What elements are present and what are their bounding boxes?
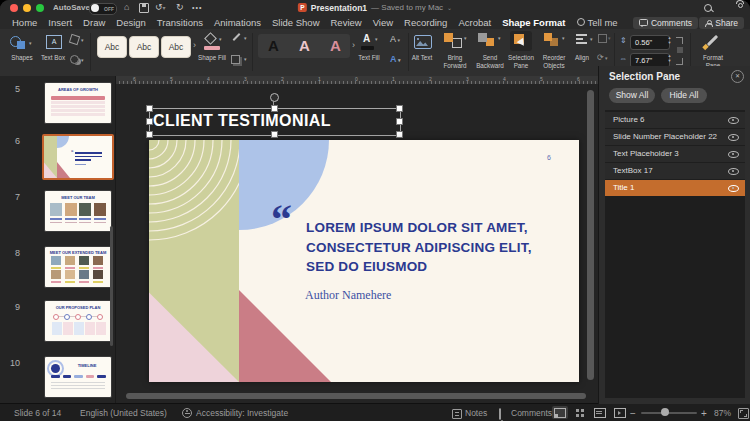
- selection-pane-button[interactable]: [510, 31, 532, 51]
- tab-acrobat[interactable]: Acrobat: [458, 17, 491, 28]
- selection-item-picture-6[interactable]: Picture 6: [605, 112, 745, 128]
- close-icon[interactable]: ✕: [731, 70, 744, 83]
- tab-slide-show[interactable]: Slide Show: [272, 17, 320, 28]
- width-stepper[interactable]: ▲▼: [666, 54, 673, 63]
- merge-shapes-icon[interactable]: [70, 55, 79, 64]
- slide-sorter-view-button[interactable]: [572, 406, 588, 419]
- resize-handle-e[interactable]: [396, 118, 403, 125]
- show-all-button[interactable]: Show All: [609, 88, 655, 103]
- text-effects-icon[interactable]: A ▾: [390, 54, 400, 64]
- resize-handle-n[interactable]: [271, 105, 278, 112]
- tab-recording[interactable]: Recording: [404, 17, 447, 28]
- quote-mark-glyph[interactable]: “: [271, 198, 292, 240]
- quote-textbox[interactable]: LOREM IPSUM DOLOR SIT AMET, CONSECTETUR …: [306, 218, 579, 277]
- minimize-window-button[interactable]: [23, 4, 31, 12]
- zoom-window-button[interactable]: [36, 4, 44, 12]
- selection-item-textbox-17[interactable]: TextBox 17: [605, 163, 745, 179]
- shape-style-preset-2[interactable]: Abc: [129, 36, 159, 58]
- zoom-slider-track[interactable]: [641, 412, 697, 414]
- comments-button[interactable]: Comments: [633, 17, 698, 29]
- wordart-style-2[interactable]: A: [299, 34, 310, 58]
- search-icon[interactable]: [704, 4, 712, 12]
- thumbnail-slide-8[interactable]: MEET OUR EXTENDED TEAM: [44, 246, 112, 288]
- resize-handle-s[interactable]: [271, 131, 278, 138]
- shape-style-preset-3[interactable]: Abc: [161, 36, 191, 58]
- home-icon[interactable]: ⌂: [124, 1, 129, 14]
- title-chevron-icon[interactable]: ⌄: [447, 4, 452, 11]
- notes-button[interactable]: Notes: [465, 408, 487, 418]
- shape-effects-icon[interactable]: [231, 55, 240, 64]
- visibility-eye-icon[interactable]: [728, 117, 739, 124]
- redo-icon[interactable]: ↻: [176, 1, 184, 14]
- hide-all-button[interactable]: Hide All: [661, 88, 707, 103]
- visibility-eye-icon[interactable]: [728, 185, 739, 192]
- normal-view-button[interactable]: [552, 406, 568, 419]
- save-icon[interactable]: [139, 3, 149, 13]
- tell-me-control[interactable]: Tell me: [577, 17, 618, 28]
- tab-draw[interactable]: Draw: [83, 17, 105, 28]
- visibility-eye-icon[interactable]: [728, 168, 739, 175]
- close-window-button[interactable]: [10, 4, 18, 12]
- wordart-gallery-more-icon[interactable]: ›: [352, 40, 355, 50]
- wordart-style-1[interactable]: A: [268, 34, 279, 58]
- share-button[interactable]: Share: [699, 17, 744, 29]
- selection-item-text-placeholder[interactable]: Text Placeholder 3: [605, 146, 745, 162]
- thumbnail-slide-10[interactable]: TIMELINE: [44, 356, 112, 398]
- visibility-eye-icon[interactable]: [728, 134, 739, 141]
- zoom-in-button[interactable]: +: [701, 408, 707, 419]
- selection-item-title-1-selected[interactable]: Title 1: [605, 180, 745, 196]
- resize-handle-nw[interactable]: [146, 105, 153, 112]
- zoom-out-button[interactable]: −: [630, 408, 636, 419]
- edit-shape-icon[interactable]: [69, 34, 80, 45]
- tab-review[interactable]: Review: [331, 17, 362, 28]
- slide-6-surface[interactable]: “ LOREM IPSUM DOLOR SIT AMET, CONSECTETU…: [149, 140, 579, 382]
- format-pane-button[interactable]: [702, 33, 724, 51]
- height-stepper[interactable]: ▲▼: [666, 36, 673, 45]
- wordart-gallery[interactable]: A A A: [258, 34, 350, 58]
- tab-home[interactable]: Home: [12, 17, 37, 28]
- more-commands-icon[interactable]: •••: [192, 1, 202, 14]
- canvas-vertical-scrollbar[interactable]: [587, 90, 594, 380]
- tab-animations[interactable]: Animations: [214, 17, 261, 28]
- undo-icon[interactable]: ↺▾: [155, 1, 166, 15]
- resize-handle-ne[interactable]: [396, 105, 403, 112]
- thumbnail-scrollbar[interactable]: [110, 226, 113, 346]
- zoom-level[interactable]: 87%: [714, 408, 731, 418]
- text-box-button[interactable]: A: [46, 35, 62, 49]
- tab-transitions[interactable]: Transitions: [157, 17, 203, 28]
- resize-handle-sw[interactable]: [146, 131, 153, 138]
- shape-style-preset-1[interactable]: Abc: [97, 36, 127, 58]
- tab-view[interactable]: View: [373, 17, 393, 28]
- zoom-slider-thumb[interactable]: [661, 408, 669, 416]
- visibility-eye-icon[interactable]: [728, 151, 739, 158]
- text-outline-icon[interactable]: A ▾: [390, 34, 400, 44]
- fit-to-window-icon[interactable]: [738, 408, 749, 419]
- author-textbox[interactable]: Author Namehere: [305, 288, 391, 303]
- tab-design[interactable]: Design: [116, 17, 146, 28]
- shape-height-field[interactable]: 0.56": [630, 35, 670, 50]
- shape-outline-icon[interactable]: [233, 33, 241, 41]
- lock-aspect-ratio-button[interactable]: [677, 47, 683, 53]
- autosave-toggle[interactable]: OFF: [89, 3, 117, 15]
- thumbnail-slide-9[interactable]: OUR PROPOSED PLAN: [44, 300, 112, 342]
- selection-item-slide-number-placeholder[interactable]: Slide Number Placeholder 22: [605, 129, 745, 145]
- slide-page-number[interactable]: 6: [547, 154, 551, 161]
- thumbnail-slide-5[interactable]: AREAS OF GROWTH: [44, 82, 112, 124]
- tab-shape-format[interactable]: Shape Format: [502, 17, 565, 28]
- tab-insert[interactable]: Insert: [48, 17, 72, 28]
- resize-handle-se[interactable]: [396, 131, 403, 138]
- wordart-style-3[interactable]: A: [330, 34, 341, 58]
- rotate-objects-icon[interactable]: ⟳ ▾: [597, 53, 608, 62]
- thumbnail-slide-6-selected[interactable]: “: [42, 134, 114, 180]
- comments-status-button[interactable]: Comments: [511, 408, 552, 418]
- slideshow-view-button[interactable]: [612, 406, 628, 419]
- reading-view-button[interactable]: [592, 406, 608, 419]
- alt-text-button[interactable]: [414, 35, 432, 49]
- document-title-area[interactable]: P Presentation1 — Saved to my Mac ⌄: [298, 0, 452, 15]
- canvas-horizontal-scrollbar[interactable]: [126, 393, 586, 399]
- slide-title-textbox[interactable]: CLIENT TESTIMONIAL: [153, 112, 331, 130]
- style-gallery-more-icon[interactable]: ›: [193, 40, 196, 50]
- thumbnail-slide-7[interactable]: MEET OUR TEAM: [44, 190, 112, 232]
- language-button[interactable]: English (United States): [80, 408, 167, 418]
- rotation-handle[interactable]: [270, 93, 279, 102]
